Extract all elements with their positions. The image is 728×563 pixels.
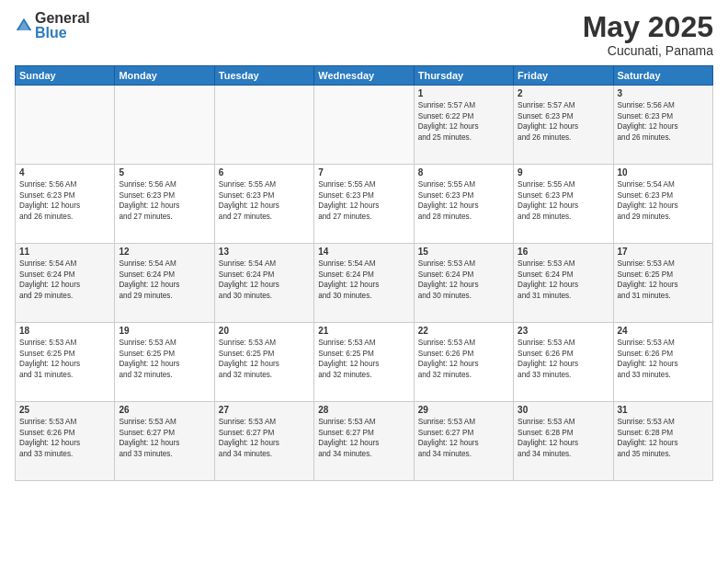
location: Cucunati, Panama: [583, 43, 713, 58]
day-info: Sunrise: 5:53 AM Sunset: 6:27 PM Dayligh…: [219, 417, 310, 459]
day-info: Sunrise: 5:53 AM Sunset: 6:25 PM Dayligh…: [19, 338, 110, 380]
calendar-cell: 16Sunrise: 5:53 AM Sunset: 6:24 PM Dayli…: [514, 244, 613, 323]
day-number: 15: [418, 247, 509, 257]
day-info: Sunrise: 5:54 AM Sunset: 6:24 PM Dayligh…: [219, 259, 310, 301]
title-block: May 2025 Cucunati, Panama: [583, 11, 713, 58]
day-number: 2: [518, 88, 609, 98]
day-info: Sunrise: 5:56 AM Sunset: 6:23 PM Dayligh…: [19, 179, 110, 222]
day-number: 13: [219, 247, 310, 257]
calendar-cell: 29Sunrise: 5:53 AM Sunset: 6:27 PM Dayli…: [414, 402, 513, 481]
calendar-cell: 26Sunrise: 5:53 AM Sunset: 6:27 PM Dayli…: [115, 402, 214, 481]
calendar-cell: 6Sunrise: 5:55 AM Sunset: 6:23 PM Daylig…: [214, 165, 313, 244]
calendar-cell: [214, 86, 313, 165]
day-number: 1: [418, 88, 509, 98]
calendar-cell: 13Sunrise: 5:54 AM Sunset: 6:24 PM Dayli…: [214, 244, 313, 323]
day-info: Sunrise: 5:55 AM Sunset: 6:23 PM Dayligh…: [219, 179, 310, 222]
day-number: 24: [618, 326, 709, 336]
calendar-week-row: 1Sunrise: 5:57 AM Sunset: 6:22 PM Daylig…: [16, 86, 713, 165]
day-info: Sunrise: 5:53 AM Sunset: 6:28 PM Dayligh…: [618, 417, 709, 459]
calendar-cell: [314, 86, 414, 165]
day-number: 7: [318, 167, 409, 178]
day-info: Sunrise: 5:53 AM Sunset: 6:26 PM Dayligh…: [518, 338, 609, 380]
calendar-week-row: 18Sunrise: 5:53 AM Sunset: 6:25 PM Dayli…: [16, 323, 713, 402]
day-info: Sunrise: 5:53 AM Sunset: 6:27 PM Dayligh…: [119, 417, 210, 459]
calendar-cell: 14Sunrise: 5:54 AM Sunset: 6:24 PM Dayli…: [314, 244, 414, 323]
calendar-cell: 25Sunrise: 5:53 AM Sunset: 6:26 PM Dayli…: [16, 402, 115, 481]
calendar-week-row: 25Sunrise: 5:53 AM Sunset: 6:26 PM Dayli…: [16, 402, 713, 481]
day-info: Sunrise: 5:53 AM Sunset: 6:28 PM Dayligh…: [518, 417, 609, 459]
calendar-week-row: 11Sunrise: 5:54 AM Sunset: 6:24 PM Dayli…: [16, 244, 713, 323]
calendar-cell: [115, 86, 214, 165]
calendar-cell: 8Sunrise: 5:55 AM Sunset: 6:23 PM Daylig…: [414, 165, 513, 244]
day-info: Sunrise: 5:56 AM Sunset: 6:23 PM Dayligh…: [119, 179, 210, 222]
logo-icon: [15, 17, 33, 35]
day-number: 27: [219, 405, 310, 415]
col-tuesday: Tuesday: [214, 66, 313, 86]
calendar-cell: 31Sunrise: 5:53 AM Sunset: 6:28 PM Dayli…: [613, 402, 712, 481]
day-info: Sunrise: 5:53 AM Sunset: 6:25 PM Dayligh…: [119, 338, 210, 380]
col-sunday: Sunday: [16, 66, 115, 86]
calendar-cell: 20Sunrise: 5:53 AM Sunset: 6:25 PM Dayli…: [214, 323, 313, 402]
day-number: 3: [618, 88, 709, 98]
calendar-cell: 27Sunrise: 5:53 AM Sunset: 6:27 PM Dayli…: [214, 402, 313, 481]
day-number: 29: [418, 405, 509, 415]
day-number: 12: [119, 247, 210, 257]
day-info: Sunrise: 5:53 AM Sunset: 6:25 PM Dayligh…: [618, 259, 709, 301]
calendar-cell: 15Sunrise: 5:53 AM Sunset: 6:24 PM Dayli…: [414, 244, 513, 323]
day-info: Sunrise: 5:54 AM Sunset: 6:23 PM Dayligh…: [618, 179, 709, 222]
day-number: 18: [19, 326, 110, 336]
col-wednesday: Wednesday: [314, 66, 414, 86]
day-info: Sunrise: 5:53 AM Sunset: 6:27 PM Dayligh…: [418, 417, 509, 459]
calendar-cell: 19Sunrise: 5:53 AM Sunset: 6:25 PM Dayli…: [115, 323, 214, 402]
day-number: 4: [19, 167, 110, 178]
calendar-cell: 10Sunrise: 5:54 AM Sunset: 6:23 PM Dayli…: [613, 165, 712, 244]
day-info: Sunrise: 5:54 AM Sunset: 6:24 PM Dayligh…: [119, 259, 210, 301]
day-info: Sunrise: 5:57 AM Sunset: 6:22 PM Dayligh…: [418, 100, 509, 143]
day-number: 22: [418, 326, 509, 336]
calendar-cell: 24Sunrise: 5:53 AM Sunset: 6:26 PM Dayli…: [613, 323, 712, 402]
day-info: Sunrise: 5:53 AM Sunset: 6:25 PM Dayligh…: [219, 338, 310, 380]
calendar-week-row: 4Sunrise: 5:56 AM Sunset: 6:23 PM Daylig…: [16, 165, 713, 244]
day-info: Sunrise: 5:53 AM Sunset: 6:24 PM Dayligh…: [518, 259, 609, 301]
day-info: Sunrise: 5:53 AM Sunset: 6:24 PM Dayligh…: [418, 259, 509, 301]
calendar-cell: 2Sunrise: 5:57 AM Sunset: 6:23 PM Daylig…: [514, 86, 613, 165]
calendar-cell: 11Sunrise: 5:54 AM Sunset: 6:24 PM Dayli…: [16, 244, 115, 323]
calendar-cell: 22Sunrise: 5:53 AM Sunset: 6:26 PM Dayli…: [414, 323, 513, 402]
day-number: 30: [518, 405, 609, 415]
day-info: Sunrise: 5:53 AM Sunset: 6:26 PM Dayligh…: [19, 417, 110, 459]
calendar-cell: 3Sunrise: 5:56 AM Sunset: 6:23 PM Daylig…: [613, 86, 712, 165]
calendar-cell: 18Sunrise: 5:53 AM Sunset: 6:25 PM Dayli…: [16, 323, 115, 402]
day-number: 5: [119, 167, 210, 178]
col-thursday: Thursday: [414, 66, 513, 86]
calendar-cell: 7Sunrise: 5:55 AM Sunset: 6:23 PM Daylig…: [314, 165, 414, 244]
day-number: 19: [119, 326, 210, 336]
day-info: Sunrise: 5:54 AM Sunset: 6:24 PM Dayligh…: [19, 259, 110, 301]
day-info: Sunrise: 5:54 AM Sunset: 6:24 PM Dayligh…: [318, 259, 409, 301]
calendar-cell: 4Sunrise: 5:56 AM Sunset: 6:23 PM Daylig…: [16, 165, 115, 244]
calendar-cell: 23Sunrise: 5:53 AM Sunset: 6:26 PM Dayli…: [514, 323, 613, 402]
logo-general-text: General: [35, 11, 90, 26]
calendar-cell: 28Sunrise: 5:53 AM Sunset: 6:27 PM Dayli…: [314, 402, 414, 481]
day-number: 10: [618, 167, 709, 178]
day-number: 21: [318, 326, 409, 336]
day-number: 8: [418, 167, 509, 178]
page-header: General Blue May 2025 Cucunati, Panama: [15, 11, 713, 58]
logo-blue-text: Blue: [35, 26, 90, 40]
calendar-cell: 5Sunrise: 5:56 AM Sunset: 6:23 PM Daylig…: [115, 165, 214, 244]
day-info: Sunrise: 5:55 AM Sunset: 6:23 PM Dayligh…: [318, 179, 409, 222]
calendar-header-row: Sunday Monday Tuesday Wednesday Thursday…: [16, 66, 713, 86]
col-saturday: Saturday: [613, 66, 712, 86]
day-number: 16: [518, 247, 609, 257]
day-info: Sunrise: 5:55 AM Sunset: 6:23 PM Dayligh…: [418, 179, 509, 222]
calendar-cell: 9Sunrise: 5:55 AM Sunset: 6:23 PM Daylig…: [514, 165, 613, 244]
day-number: 14: [318, 247, 409, 257]
col-monday: Monday: [115, 66, 214, 86]
calendar-cell: 17Sunrise: 5:53 AM Sunset: 6:25 PM Dayli…: [613, 244, 712, 323]
day-info: Sunrise: 5:56 AM Sunset: 6:23 PM Dayligh…: [618, 100, 709, 143]
day-info: Sunrise: 5:53 AM Sunset: 6:26 PM Dayligh…: [618, 338, 709, 380]
day-number: 23: [518, 326, 609, 336]
day-info: Sunrise: 5:53 AM Sunset: 6:26 PM Dayligh…: [418, 338, 509, 380]
day-info: Sunrise: 5:57 AM Sunset: 6:23 PM Dayligh…: [518, 100, 609, 143]
calendar-cell: [16, 86, 115, 165]
day-number: 28: [318, 405, 409, 415]
